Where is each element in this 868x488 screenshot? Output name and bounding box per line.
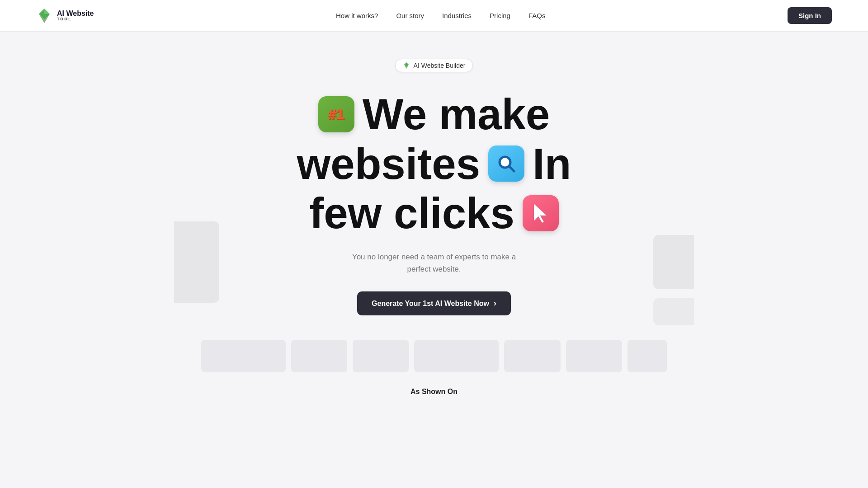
preview-card-3 — [353, 340, 409, 372]
nav-item-industries[interactable]: Industries — [442, 12, 472, 20]
nav-item-faqs[interactable]: FAQs — [528, 12, 546, 20]
sign-in-button[interactable]: Sign In — [788, 7, 832, 24]
cta-label: Generate Your 1st AI Website Now — [372, 300, 489, 308]
search-icon — [488, 145, 524, 182]
preview-card-5 — [504, 340, 560, 372]
logo[interactable]: AI Website TOOL — [36, 8, 94, 24]
nav-item-pricing[interactable]: Pricing — [490, 12, 510, 20]
logo-main-text: AI Website — [57, 10, 94, 17]
svg-marker-7 — [534, 204, 547, 223]
preview-card-7 — [627, 340, 667, 372]
badge-diamond-icon — [403, 62, 410, 69]
svg-marker-3 — [404, 62, 409, 67]
nav-item-our-story[interactable]: Our story — [396, 12, 424, 20]
logo-icon — [36, 8, 52, 24]
as-shown-text: As Shown On — [410, 388, 458, 395]
hero-line3-text: few clicks — [309, 189, 514, 237]
nav-link-faqs[interactable]: FAQs — [528, 12, 546, 19]
nav-item-how-it-works[interactable]: How it works? — [336, 12, 378, 20]
hero-heading: #1 We make websites In few cl — [297, 90, 571, 237]
navbar: AI Website TOOL How it works? Our story … — [0, 0, 868, 32]
preview-card-2 — [291, 340, 347, 372]
preview-row — [192, 338, 676, 374]
hero-subtitle: You no longer need a team of experts to … — [352, 251, 516, 275]
as-shown-on: As Shown On — [401, 379, 467, 405]
logo-sub-text: TOOL — [57, 17, 94, 21]
preview-card-4 — [414, 340, 499, 372]
hero-section: AI Website Builder #1 We make websites — [174, 32, 694, 423]
nav-link-our-story[interactable]: Our story — [396, 12, 424, 19]
number-one-icon: #1 — [318, 96, 354, 132]
hero-line2-text: websites — [297, 140, 481, 188]
hero-line1-text: We make — [363, 90, 550, 138]
svg-marker-2 — [44, 9, 50, 14]
nav-links: How it works? Our story Industries Prici… — [336, 12, 545, 20]
cursor-icon — [523, 195, 559, 231]
badge-text: AI Website Builder — [414, 62, 466, 69]
cta-chevron-icon: › — [494, 299, 496, 308]
svg-line-6 — [509, 166, 514, 171]
preview-card-6 — [566, 340, 622, 372]
nav-link-pricing[interactable]: Pricing — [490, 12, 510, 19]
hero-line-2: websites In — [297, 140, 571, 188]
hero-badge: AI Website Builder — [395, 59, 473, 72]
logo-text-group: AI Website TOOL — [57, 10, 94, 21]
hero-line-1: #1 We make — [297, 90, 571, 138]
nav-link-industries[interactable]: Industries — [442, 12, 472, 19]
cta-button[interactable]: Generate Your 1st AI Website Now › — [357, 291, 511, 315]
nav-link-how-it-works[interactable]: How it works? — [336, 12, 378, 19]
hero-line-3: few clicks — [297, 189, 571, 237]
main-container: AI Website Builder #1 We make websites — [174, 32, 694, 479]
hero-line2-mid: In — [533, 140, 571, 188]
preview-card-1 — [201, 340, 286, 372]
